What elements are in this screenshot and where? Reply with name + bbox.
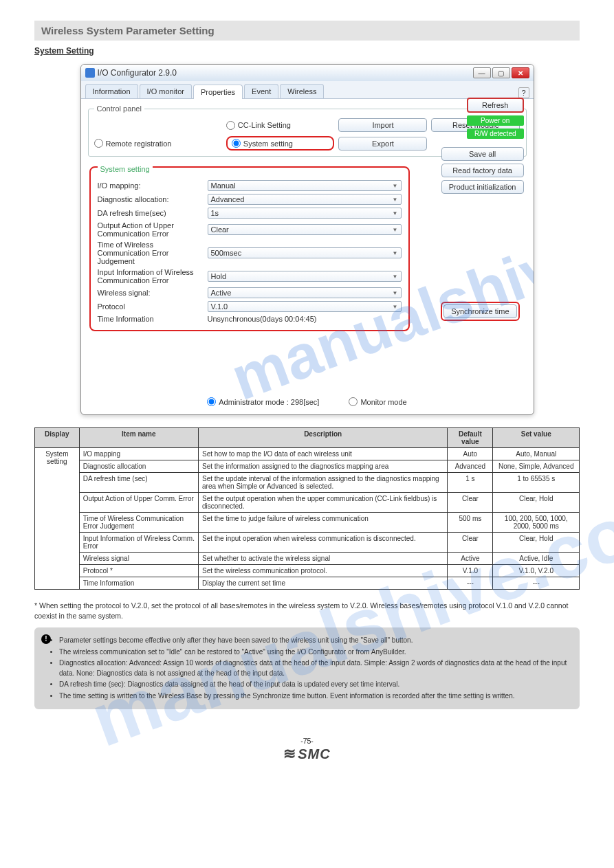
radio-system-label: System setting <box>243 140 293 148</box>
select-wireless-signal[interactable]: Active▼ <box>208 287 402 298</box>
select-time-wireless[interactable]: 500msec▼ <box>208 247 402 258</box>
help-button[interactable]: ? <box>518 87 529 98</box>
maximize-button[interactable]: ▢ <box>492 67 510 78</box>
table-row: Output Action of Upper Comm. ErrorSet th… <box>35 493 580 513</box>
caret-icon: ▼ <box>393 290 398 296</box>
select-input-info[interactable]: Hold▼ <box>208 271 402 282</box>
th-desc: Description <box>198 428 447 448</box>
cell-default: Clear <box>448 533 493 553</box>
tab-information[interactable]: Information <box>85 84 138 98</box>
cell-default: Advanced <box>448 460 493 473</box>
caret-icon: ▼ <box>393 274 398 280</box>
tab-wireless[interactable]: Wireless <box>280 84 324 98</box>
radio-remote-input[interactable] <box>94 139 103 148</box>
select-io-mapping[interactable]: Manual▼ <box>208 180 402 191</box>
label-time-wireless: Time of Wireless Communication Error Jud… <box>98 241 208 265</box>
status-rw-detected: R/W detected <box>467 129 524 139</box>
label-io-mapping: I/O mapping: <box>98 181 208 190</box>
synchronize-time-highlight: Synchronize time <box>441 302 519 321</box>
radio-admin-input[interactable] <box>207 397 216 406</box>
select-da-refresh[interactable]: 1s▼ <box>208 208 402 219</box>
cell-values: Active, Idle <box>493 553 580 565</box>
refresh-button[interactable]: Refresh <box>467 98 524 113</box>
synchronize-time-button[interactable]: Synchronize time <box>443 304 516 318</box>
alert-item: Parameter settings become effective only… <box>59 636 570 646</box>
cell-desc: Set the information assigned to the diag… <box>198 460 447 473</box>
close-button[interactable]: ✕ <box>512 67 529 78</box>
table-row: DA refresh time (sec)Set the update inte… <box>35 473 580 493</box>
cell-values: Auto, Manual <box>493 448 580 460</box>
smc-logo: SMC <box>34 745 580 763</box>
select-protocol[interactable]: V.1.0▼ <box>208 301 402 312</box>
cell-item: I/O mapping <box>79 448 198 460</box>
radio-cclink-input[interactable] <box>226 121 235 130</box>
radio-monitor-mode[interactable]: Monitor mode <box>349 397 406 406</box>
cell-desc: Set the wireless communication protocol. <box>198 565 447 577</box>
protocol-note: * When setting the protocol to V.2.0, se… <box>34 601 580 621</box>
cell-default: Active <box>448 553 493 565</box>
app-window: I/O Configurator 2.9.0 — ▢ ✕ Information… <box>80 64 534 415</box>
tab-event[interactable]: Event <box>244 84 278 98</box>
cell-desc: Display the current set time <box>198 577 447 590</box>
caret-icon: ▼ <box>393 227 398 233</box>
cell-values: 100, 200, 500, 1000, 2000, 5000 ms <box>493 513 580 533</box>
alert-item: DA refresh time (sec): Diagnostics data … <box>59 680 570 690</box>
product-init-button[interactable]: Product initialization <box>441 180 524 194</box>
sub-title: System Setting <box>34 46 580 56</box>
radio-cclink[interactable]: CC-Link Setting <box>226 121 335 130</box>
radio-admin-mode[interactable]: Administrator mode : 298[sec] <box>207 397 319 406</box>
radio-system-input[interactable] <box>232 139 241 148</box>
system-setting-legend: System setting <box>98 165 153 173</box>
cell-desc: Set whether to activate the wireless sig… <box>198 553 447 565</box>
cell-values: --- <box>493 577 580 590</box>
table-row: Diagnostic allocationSet the information… <box>35 460 580 473</box>
th-values: Set value <box>493 428 580 448</box>
th-default: Default value <box>448 428 493 448</box>
system-setting-group: System setting I/O mapping:Manual▼ Diagn… <box>89 166 410 331</box>
th-display: Display <box>35 428 80 448</box>
cell-default: Clear <box>448 493 493 513</box>
table-row: Wireless signalSet whether to activate t… <box>35 553 580 565</box>
alert-item: The time setting is written to the Wirel… <box>59 691 570 702</box>
caret-icon: ▼ <box>393 304 398 310</box>
cell-item: Wireless signal <box>79 553 198 565</box>
radio-system[interactable]: System setting <box>226 136 335 151</box>
select-output-action[interactable]: Clear▼ <box>208 224 402 235</box>
radio-monitor-input[interactable] <box>349 397 358 406</box>
caret-icon: ▼ <box>393 197 398 203</box>
caret-icon: ▼ <box>393 183 398 189</box>
alert-box: ! Parameter settings become effective on… <box>34 627 580 709</box>
titlebar: I/O Configurator 2.9.0 — ▢ ✕ <box>81 65 534 81</box>
label-output-action: Output Action of Upper Communication Err… <box>98 221 208 238</box>
import-button[interactable]: Import <box>338 118 427 132</box>
cell-values: Clear, Hold <box>493 493 580 513</box>
cell-item: Diagnostic allocation <box>79 460 198 473</box>
cell-values: None, Simple, Advanced <box>493 460 580 473</box>
time-info-value: Unsynchronous(0days 00:04:45) <box>208 315 317 323</box>
footer: -75- SMC <box>34 737 580 763</box>
window-title: I/O Configurator 2.9.0 <box>98 68 177 78</box>
cell-values: 1 to 65535 s <box>493 473 580 493</box>
label-protocol: Protocol <box>98 302 208 311</box>
label-time-info: Time Information <box>98 315 208 323</box>
label-wireless-signal: Wireless signal: <box>98 289 208 297</box>
tab-properties[interactable]: Properties <box>193 85 243 99</box>
control-panel-legend: Control panel <box>94 104 144 113</box>
radio-monitor-label: Monitor mode <box>360 398 406 406</box>
alert-item: The wireless communication set to "Idle"… <box>59 647 570 658</box>
cell-default: Auto <box>448 448 493 460</box>
radio-remote[interactable]: Remote registration <box>94 139 222 148</box>
right-button-stack: Save all Read factory data Product initi… <box>441 147 524 194</box>
export-button[interactable]: Export <box>338 137 427 151</box>
read-factory-button[interactable]: Read factory data <box>441 164 524 177</box>
cell-item: Input Information of Wireless Comm. Erro… <box>79 533 198 553</box>
minimize-button[interactable]: — <box>473 67 491 78</box>
cell-desc: Set the update interval of the informati… <box>198 473 447 493</box>
table-row: Time InformationDisplay the current set … <box>35 577 580 590</box>
cell-item: Protocol * <box>79 565 198 577</box>
save-all-button[interactable]: Save all <box>441 147 524 161</box>
select-diag-alloc[interactable]: Advanced▼ <box>208 194 402 205</box>
table-row: Input Information of Wireless Comm. Erro… <box>35 533 580 553</box>
cell-desc: Set the time to judge failure of wireles… <box>198 513 447 533</box>
tab-io-monitor[interactable]: I/O monitor <box>140 84 192 98</box>
